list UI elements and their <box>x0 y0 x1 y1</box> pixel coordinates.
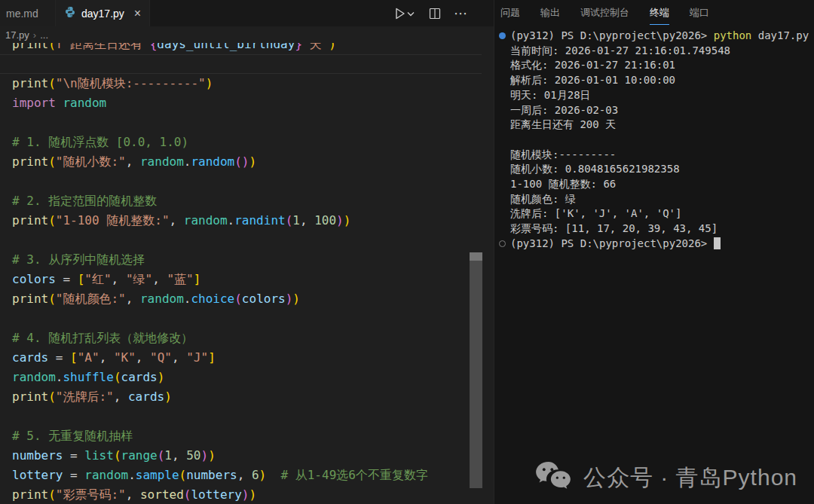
code-line: # 3. 从序列中随机选择 <box>12 250 494 270</box>
tab-readme-md[interactable]: me.md <box>0 0 56 26</box>
code-editor[interactable]: print(f"距离生日还有 {days_until_birthday} 天")… <box>0 43 494 504</box>
code-line: # 5. 无重复随机抽样 <box>12 426 494 446</box>
terminal-line: 格式化: 2026-01-27 21:16:01 <box>499 58 814 73</box>
code-line <box>12 113 494 133</box>
terminal-line: 当前时间: 2026-01-27 21:16:01.749548 <box>499 44 814 59</box>
terminal-line: 随机颜色: 绿 <box>499 192 814 207</box>
code-line <box>12 309 494 328</box>
more-actions-icon[interactable]: ⋯ <box>454 10 468 17</box>
scrollbar-cap <box>470 252 482 261</box>
terminal-line: 解析后: 2026-01-01 10:00:00 <box>499 73 814 88</box>
run-python-file-icon[interactable] <box>393 7 416 20</box>
panel-tab-bar: 问题输出调试控制台终端端口 <box>494 0 814 24</box>
breadcrumb: 17.py › ... <box>0 26 494 43</box>
tab-day17-py[interactable]: day17.py × <box>56 0 150 26</box>
command-prompt-icon <box>499 240 506 247</box>
code-line: print("洗牌后:", cards) <box>12 387 494 407</box>
vscode-window: me.md day17.py × <box>0 0 814 504</box>
code-line: # 2. 指定范围的随机整数 <box>12 191 494 211</box>
code-line: cards = ["A", "K", "Q", "J"] <box>12 348 494 368</box>
terminal-line: 随机模块:--------- <box>499 148 814 163</box>
code-line: import random <box>12 93 494 113</box>
terminal-line: 彩票号码: [11, 17, 20, 39, 43, 45] <box>499 221 814 237</box>
terminal-line <box>499 133 814 148</box>
breadcrumb-more[interactable]: ... <box>40 29 48 41</box>
terminal-cursor <box>714 237 721 249</box>
code-line: print("彩票号码:", sorted(lottery)) <box>12 485 494 504</box>
code-line: lottery = random.sample(numbers, 6) # 从1… <box>12 466 494 485</box>
code-line: # 1. 随机浮点数 [0.0, 1.0) <box>12 133 494 152</box>
code-line: numbers = list(range(1, 50)) <box>12 446 494 466</box>
code-line: print(f"距离生日还有 {days_until_birthday} 天") <box>12 43 494 54</box>
terminal-line: 距离生日还有 200 天 <box>499 118 814 133</box>
wechat-icon <box>534 460 572 495</box>
panel-tab[interactable]: 问题 <box>500 0 520 25</box>
watermark-text: 公众号 · 青岛Python <box>583 463 797 493</box>
code-line <box>12 172 494 191</box>
code-line: # 4. 随机打乱列表（就地修改） <box>12 328 494 348</box>
editor-tab-bar: me.md day17.py × <box>0 0 494 26</box>
code-line: random.shuffle(cards) <box>12 368 494 387</box>
tab-label: day17.py <box>81 8 124 20</box>
panel-tab[interactable]: 调试控制台 <box>580 0 629 25</box>
chevron-right-icon: › <box>33 29 36 41</box>
code-line: print("随机小数:", random.random()) <box>12 152 494 172</box>
watermark: 公众号 · 青岛Python <box>534 460 797 495</box>
close-icon[interactable]: × <box>134 8 141 20</box>
terminal-line: (py312) PS D:\pyproject\py2026> <box>499 237 814 252</box>
code-line: colors = ["红", "绿", "蓝"] <box>12 270 494 289</box>
breadcrumb-file[interactable]: 17.py <box>5 29 29 41</box>
code-line <box>12 231 494 250</box>
panel-tab[interactable]: 端口 <box>690 0 709 25</box>
editor-actions: ⋯ <box>393 0 468 26</box>
terminal-line: 一周后: 2026-02-03 <box>499 103 814 118</box>
code-line <box>12 407 494 426</box>
code-line <box>0 54 482 74</box>
code-line: print("随机颜色:", random.choice(colors)) <box>12 289 494 309</box>
command-success-icon <box>499 32 506 39</box>
split-editor-icon[interactable] <box>429 8 441 20</box>
code-line: print("\n随机模块:---------") <box>12 74 494 93</box>
editor-group: me.md day17.py × <box>0 0 494 504</box>
terminal-panel: 问题输出调试控制台终端端口 (py312) PS D:\pyproject\py… <box>494 0 814 504</box>
terminal-output[interactable]: (py312) PS D:\pyproject\py2026> python d… <box>499 29 814 252</box>
terminal-line: 1-100 随机整数: 66 <box>499 177 814 192</box>
python-icon <box>64 6 76 20</box>
panel-tab[interactable]: 终端 <box>650 0 669 25</box>
terminal-line: 洗牌后: ['K', 'J', 'A', 'Q'] <box>499 206 814 221</box>
panel-tab[interactable]: 输出 <box>540 0 560 25</box>
code-line: print("1-100 随机整数:", random.randint(1, 1… <box>12 211 494 231</box>
terminal-line: (py312) PS D:\pyproject\py2026> python d… <box>499 29 814 44</box>
terminal-line: 明天: 01月28日 <box>499 88 814 103</box>
tab-label: me.md <box>6 8 38 20</box>
editor-scrollbar[interactable] <box>470 252 482 488</box>
terminal-line: 随机小数: 0.8048165621982358 <box>499 162 814 177</box>
